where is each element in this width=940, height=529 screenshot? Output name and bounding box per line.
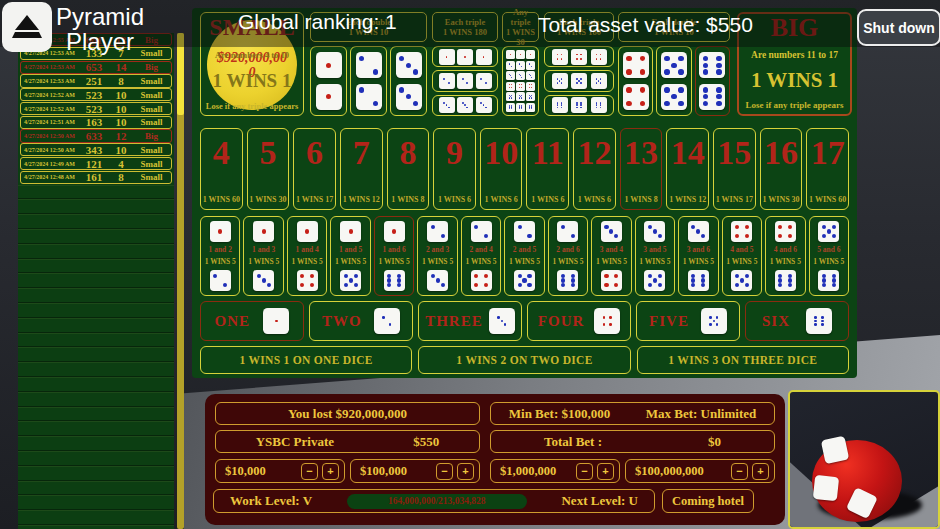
history-cell: 633 xyxy=(78,130,110,142)
chip-selector-1000000[interactable]: $1,000,000−+ xyxy=(490,459,620,483)
chip-buttons: −+ xyxy=(727,463,769,480)
bet-limits: Min Bet: $100,000 Max Bet: Unlimited xyxy=(490,402,775,425)
history-list: 4/27/2024 12:55 AM66113Big4/27/2024 12:5… xyxy=(18,33,174,529)
bet-single-four[interactable]: FOUR xyxy=(527,301,631,341)
increase-bet-button[interactable]: + xyxy=(457,463,474,480)
bet-number-4[interactable]: 41 WINS 60 xyxy=(200,128,243,210)
decrease-bet-button[interactable]: − xyxy=(436,463,453,480)
balance-value: $550 xyxy=(413,434,439,450)
bet-number-17[interactable]: 171 WINS 60 xyxy=(806,128,849,210)
coming-hotel-button[interactable]: Coming hotel xyxy=(662,489,754,513)
die-6-icon xyxy=(699,52,725,78)
bet-number-10[interactable]: 101 WINS 6 xyxy=(480,128,523,210)
history-scrollbar[interactable] xyxy=(177,33,184,529)
die-1-icon xyxy=(439,49,455,65)
bet-combo-1-5[interactable]: 1 and 51 WINS 5 xyxy=(330,216,370,296)
bet-number-16[interactable]: 161 WINS 30 xyxy=(760,128,803,210)
number-value: 7 xyxy=(353,135,370,171)
number-odds: 1 WINS 12 xyxy=(343,195,380,204)
total-bet-label: Total Bet : xyxy=(544,434,602,450)
number-odds: 1 WINS 17 xyxy=(296,195,333,204)
bet-number-11[interactable]: 111 WINS 6 xyxy=(526,128,569,210)
bet-double-2[interactable] xyxy=(350,46,387,116)
bet-number-7[interactable]: 71 WINS 12 xyxy=(340,128,383,210)
bet-combo-1-2[interactable]: 1 and 21 WINS 5 xyxy=(200,216,240,296)
bet-single-one[interactable]: ONE xyxy=(200,301,304,341)
bet-triple-4[interactable] xyxy=(544,46,614,67)
label-line: 1 WINS 180 xyxy=(433,27,497,37)
bet-combo-5-6[interactable]: 5 and 61 WINS 5 xyxy=(809,216,849,296)
bet-number-13[interactable]: 131 WINS 8 xyxy=(620,128,663,210)
bet-single-six[interactable]: SIX xyxy=(745,301,849,341)
bet-double-5[interactable] xyxy=(656,46,691,116)
bet-double-6[interactable] xyxy=(695,46,730,116)
die-1-icon xyxy=(457,49,473,65)
increase-bet-button[interactable]: + xyxy=(597,463,614,480)
bet-big[interactable]: BIG Are numbers 11 to 17 1 WINS 1 Lose i… xyxy=(737,12,852,116)
bet-number-8[interactable]: 81 WINS 8 xyxy=(387,128,430,210)
bet-single-three[interactable]: THREE xyxy=(418,301,522,341)
each-triple-left-label: Each triple 1 WINS 180 xyxy=(432,12,498,42)
bet-triple-1[interactable] xyxy=(432,46,498,67)
increase-bet-button[interactable]: + xyxy=(752,463,769,480)
bet-number-14[interactable]: 141 WINS 12 xyxy=(666,128,709,210)
number-value: 14 xyxy=(671,135,705,171)
die-4-icon xyxy=(775,221,796,242)
die-6-icon xyxy=(818,270,839,291)
die-4-icon xyxy=(516,82,525,91)
bet-combo-2-5[interactable]: 2 and 51 WINS 5 xyxy=(504,216,544,296)
shutdown-button[interactable]: Shut down xyxy=(857,9,940,46)
total-bet: Total Bet : $0 xyxy=(490,430,775,453)
increase-bet-button[interactable]: + xyxy=(322,463,339,480)
bet-combo-4-6[interactable]: 4 and 61 WINS 5 xyxy=(765,216,805,296)
bet-combo-3-4[interactable]: 3 and 41 WINS 5 xyxy=(591,216,631,296)
bet-combo-1-4[interactable]: 1 and 41 WINS 5 xyxy=(287,216,327,296)
bet-combo-1-3[interactable]: 1 and 31 WINS 5 xyxy=(243,216,283,296)
decrease-bet-button[interactable]: − xyxy=(731,463,748,480)
bet-triple-2[interactable] xyxy=(432,70,498,91)
single-label: SIX xyxy=(762,313,790,330)
scrollbar-thumb[interactable] xyxy=(177,33,184,115)
chip-selector-100000[interactable]: $100,000−+ xyxy=(350,459,480,483)
chip-buttons: −+ xyxy=(297,463,339,480)
bet-combo-2-4[interactable]: 2 and 41 WINS 5 xyxy=(461,216,501,296)
number-odds: 1 WINS 12 xyxy=(669,195,706,204)
bet-triple-6[interactable] xyxy=(544,95,614,116)
chip-selector-10000[interactable]: $10,000−+ xyxy=(215,459,345,483)
bet-any-triple[interactable] xyxy=(502,46,539,116)
bet-combo-2-6[interactable]: 2 and 61 WINS 5 xyxy=(548,216,588,296)
bet-combo-2-3[interactable]: 2 and 31 WINS 5 xyxy=(417,216,457,296)
die-1-icon xyxy=(316,52,342,78)
bet-number-9[interactable]: 91 WINS 6 xyxy=(433,128,476,210)
bet-combo-3-5[interactable]: 3 and 51 WINS 5 xyxy=(635,216,675,296)
number-odds: 1 WINS 60 xyxy=(203,195,240,204)
label-line: 1 WINS 30 xyxy=(503,27,538,47)
bet-combo-3-6[interactable]: 3 and 61 WINS 5 xyxy=(678,216,718,296)
bet-double-1[interactable] xyxy=(310,46,347,116)
decrease-bet-button[interactable]: − xyxy=(576,463,593,480)
bet-combo-4-5[interactable]: 4 and 51 WINS 5 xyxy=(722,216,762,296)
bet-single-five[interactable]: FIVE xyxy=(636,301,740,341)
number-value: 10 xyxy=(484,135,518,171)
coming-hotel-label: Coming hotel xyxy=(672,494,744,509)
die-2-icon xyxy=(210,270,231,291)
die-5-icon xyxy=(661,52,687,78)
chip-selector-100000000[interactable]: $100,000,000−+ xyxy=(625,459,775,483)
bet-double-3[interactable] xyxy=(390,46,427,116)
bet-combo-1-6[interactable]: 1 and 61 WINS 5 xyxy=(374,216,414,296)
history-cell: 251 xyxy=(78,75,110,87)
history-cell: 4/27/2024 12:50 AM xyxy=(21,147,78,153)
bet-single-two[interactable]: TWO xyxy=(309,301,413,341)
bet-triple-5[interactable] xyxy=(544,70,614,91)
bet-number-6[interactable]: 61 WINS 17 xyxy=(293,128,336,210)
bet-number-15[interactable]: 151 WINS 17 xyxy=(713,128,756,210)
bet-number-5[interactable]: 51 WINS 30 xyxy=(247,128,290,210)
progress-text: 164,000,000/213,034,828 xyxy=(347,494,527,509)
decrease-bet-button[interactable]: − xyxy=(301,463,318,480)
die-3-icon xyxy=(396,52,422,78)
combo-odds: 1 WINS 5 xyxy=(379,258,410,266)
combo-label: 2 and 4 xyxy=(469,246,492,254)
bet-triple-3[interactable] xyxy=(432,95,498,116)
bet-double-4[interactable] xyxy=(618,46,653,116)
bet-number-12[interactable]: 121 WINS 6 xyxy=(573,128,616,210)
